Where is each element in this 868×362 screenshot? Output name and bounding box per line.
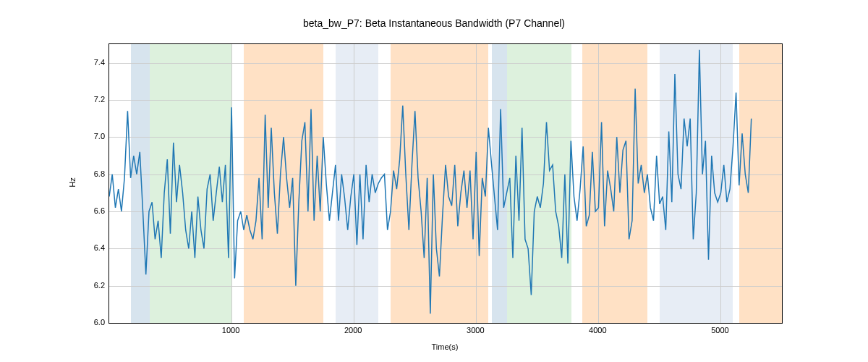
x-tick-label: 2000 (344, 326, 362, 334)
x-tick-label: 1000 (222, 326, 239, 334)
x-axis-label: Time(s) (432, 342, 459, 351)
y-tick-label: 6.4 (76, 243, 105, 252)
y-axis-label: Hz (68, 177, 77, 187)
y-tick-label: 6.6 (76, 206, 105, 215)
grid-line (109, 323, 782, 324)
x-tick-label: 3000 (467, 326, 484, 334)
x-tick-label: 5000 (711, 326, 728, 334)
line-plot-svg (109, 44, 782, 323)
y-tick-label: 6.0 (76, 318, 105, 327)
x-tick-label: 4000 (589, 326, 606, 334)
chart-title: beta_bw_P7: Beta Instantaneous Bandwidth… (0, 17, 868, 29)
chart-container: beta_bw_P7: Beta Instantaneous Bandwidth… (0, 0, 868, 362)
y-tick-label: 6.8 (76, 169, 105, 178)
y-tick-label: 6.2 (76, 281, 105, 290)
plot-area (109, 43, 783, 324)
series-line (109, 50, 752, 314)
y-tick-label: 7.0 (76, 132, 105, 140)
y-tick-label: 7.4 (76, 58, 105, 67)
y-tick-label: 7.2 (76, 95, 105, 104)
